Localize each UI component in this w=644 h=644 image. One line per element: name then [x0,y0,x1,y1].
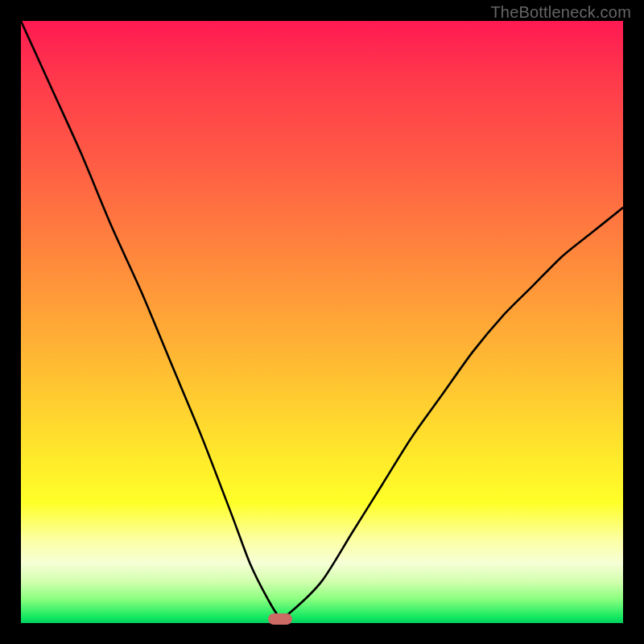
bottleneck-curve [21,21,623,623]
chart-frame: TheBottleneck.com [0,0,644,644]
attribution-text: TheBottleneck.com [490,3,631,22]
plot-area [21,21,623,623]
optimal-marker [268,613,292,625]
curve-path [21,21,623,617]
